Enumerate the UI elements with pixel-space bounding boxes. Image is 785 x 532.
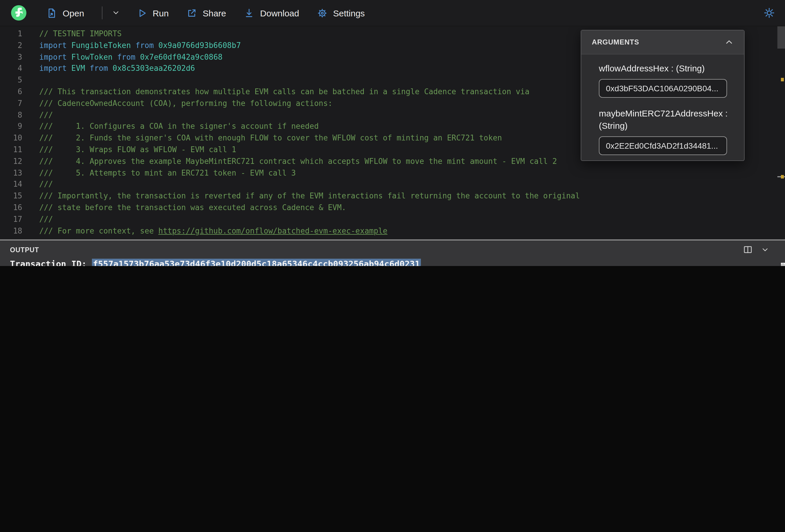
code-line: 15/// Importantly, the transaction is re… [0, 190, 785, 202]
line-number: 11 [0, 144, 22, 156]
line-number: 4 [0, 63, 22, 75]
warning-marker [781, 78, 784, 81]
chevron-down-icon [760, 245, 770, 254]
line-number: 13 [0, 167, 22, 179]
chevron-down-icon [111, 8, 120, 18]
code-link[interactable]: https://github.com/onflow/batched-evm-ex… [158, 226, 387, 235]
argument-label: wflowAddressHex : (String) [599, 62, 731, 74]
transaction-id-label: Transaction ID: [10, 259, 92, 266]
line-number: 1 [0, 28, 22, 40]
flow-logo-icon [10, 4, 27, 22]
open-dropdown-button[interactable] [111, 8, 120, 18]
download-icon [244, 7, 255, 19]
line-number: 2 [0, 40, 22, 51]
code-line: 18/// For more context, see https://gith… [0, 225, 785, 237]
open-file-icon [46, 7, 57, 19]
output-scrollbar-thumb[interactable] [781, 263, 785, 266]
arguments-panel-body: wflowAddressHex : (String) maybeMintERC7… [581, 54, 744, 155]
arguments-panel-title: ARGUMENTS [592, 38, 639, 46]
code-line: 16/// state before the transaction was e… [0, 202, 785, 213]
arguments-panel: ARGUMENTS wflowAddressHex : (String) may… [581, 30, 744, 161]
output-panel: OUTPUT Transaction ID: f557a1573b76aa53e… [0, 239, 785, 266]
arguments-panel-header: ARGUMENTS [581, 30, 744, 54]
settings-button-label: Settings [333, 8, 365, 18]
split-panel-button[interactable] [743, 245, 753, 255]
editor-scrollbar-thumb[interactable] [777, 26, 785, 49]
open-button[interactable]: Open [46, 7, 84, 19]
argument-label: maybeMintERC721AddressHex : (String) [599, 107, 731, 132]
play-icon [136, 7, 147, 19]
download-button-label: Download [260, 8, 299, 18]
settings-button[interactable]: Settings [317, 7, 365, 19]
output-title: OUTPUT [10, 246, 39, 253]
code-line: 17/// [0, 213, 785, 225]
line-number: 6 [0, 86, 22, 98]
line-number: 9 [0, 121, 22, 132]
warning-marker [781, 175, 784, 178]
gear-icon [317, 7, 328, 19]
share-button[interactable]: Share [186, 7, 226, 19]
toolbar: Open Run Share [0, 0, 785, 26]
output-header: OUTPUT [0, 240, 785, 259]
open-button-label: Open [62, 8, 84, 18]
arguments-collapse-button[interactable] [725, 38, 733, 47]
argument-input-wflow[interactable] [599, 79, 727, 98]
code-line: 14/// [0, 179, 785, 191]
line-number: 3 [0, 51, 22, 63]
transaction-id-line: Transaction ID: f557a1573b76aa53e73d46f3… [0, 259, 785, 266]
line-number: 10 [0, 132, 22, 144]
line-number: 8 [0, 109, 22, 121]
share-button-label: Share [203, 8, 226, 18]
line-number: 12 [0, 156, 22, 168]
line-number: 14 [0, 179, 22, 191]
chevron-up-icon [725, 38, 733, 47]
collapse-output-button[interactable] [760, 245, 770, 254]
line-number: 7 [0, 98, 22, 109]
code-line: 13/// 5. Attempts to mint an ERC721 toke… [0, 167, 785, 179]
playground-window: Open Run Share [0, 0, 785, 266]
line-number: 17 [0, 213, 22, 225]
download-button[interactable]: Download [244, 7, 299, 19]
theme-toggle-button[interactable] [763, 7, 775, 19]
line-number: 18 [0, 225, 22, 237]
toolbar-divider [102, 6, 102, 19]
line-number: 15 [0, 190, 22, 202]
share-icon [186, 7, 197, 19]
argument-input-maybemint[interactable] [599, 136, 727, 155]
line-number: 5 [0, 74, 22, 86]
split-columns-icon [743, 245, 753, 255]
sun-icon [763, 7, 775, 19]
transaction-id-value: f557a1573b76aa53e73d46f3e10d200d5c18a653… [92, 259, 421, 266]
output-scrollbar-track[interactable] [781, 263, 785, 266]
run-button-label: Run [152, 8, 169, 18]
run-button[interactable]: Run [136, 7, 169, 19]
line-number: 16 [0, 202, 22, 213]
code-editor[interactable]: 1// TESTNET IMPORTS2import FungibleToken… [0, 26, 785, 239]
